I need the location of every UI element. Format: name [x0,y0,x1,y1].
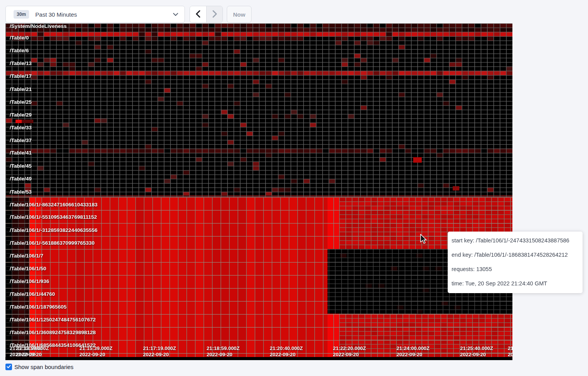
toolbar: 30m Past 30 Minutes Now [5,6,252,23]
chevron-left-icon [196,10,200,19]
prev-time-button[interactable] [190,6,206,22]
tooltip-end-key: end key: /Table/106/1/-18683814745282642… [452,252,579,258]
time-range-badge: 30m [14,10,29,19]
show-span-boundaries-checkbox[interactable] [5,364,12,370]
chevron-down-icon [173,11,178,18]
now-button[interactable]: Now [227,6,252,23]
time-range-label: Past 30 Minutes [35,11,167,18]
span-boundaries-row: Show span boundaries [5,364,74,370]
time-range-dropdown[interactable]: 30m Past 30 Minutes [5,6,185,23]
show-span-boundaries-label: Show span boundaries [14,364,74,370]
keyvisualizer-heatmap[interactable]: /System/NodeLiveness/Table/0/Table/6/Tab… [5,23,512,360]
key-visualizer-page: 30m Past 30 Minutes Now /System/NodeLive… [0,0,588,376]
chevron-right-icon [212,10,217,19]
check-icon [6,364,11,371]
time-nav-group [190,6,223,23]
tooltip-time: time: Tue, 20 Sep 2022 21:24:40 GMT [452,280,579,287]
keyvisualizer-canvas[interactable] [5,23,512,360]
tooltip-start-key: start key: /Table/106/1/-247433150824388… [452,237,579,244]
tooltip-requests: requests: 13055 [452,266,579,272]
hover-tooltip: start key: /Table/106/1/-247433150824388… [448,232,583,293]
next-time-button[interactable] [206,6,222,22]
